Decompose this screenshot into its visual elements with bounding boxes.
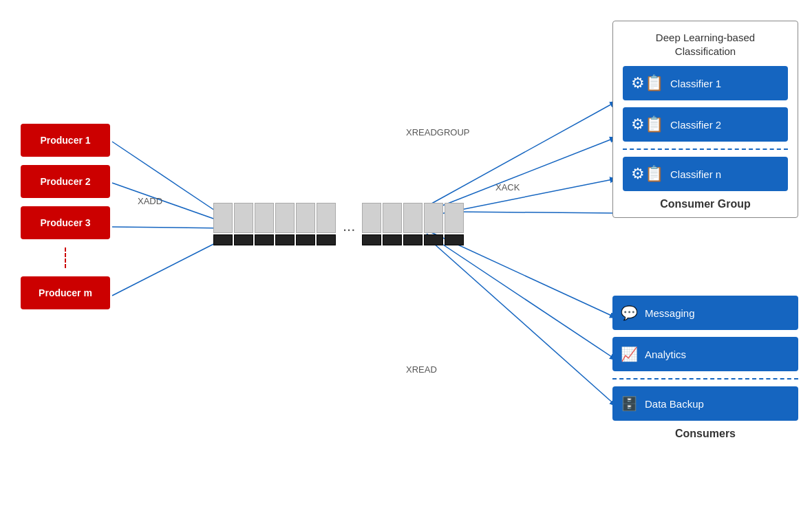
classifier-2-label: Classifier 2 [670, 119, 721, 131]
stream-dots: ··· [337, 222, 361, 245]
classifier-2-icon: ⚙📋 [631, 116, 663, 133]
stream-blocks: ··· [213, 203, 464, 245]
producer-dashed-line [21, 248, 110, 268]
classifier-dashed-divider [623, 148, 788, 150]
svg-line-7 [454, 212, 616, 213]
stream-group-left [213, 203, 336, 245]
diagram-container: Producer 1 Producer 2 Producer 3 Produce… [0, 0, 812, 506]
xreadgroup-label: XREADGROUP [406, 127, 469, 138]
svg-line-5 [427, 138, 616, 212]
classifier-1-box: ⚙📋 Classifier 1 [623, 66, 788, 100]
classifier-1-icon: ⚙📋 [631, 74, 663, 92]
xadd-label: XADD [138, 196, 162, 206]
producers-section: Producer 1 Producer 2 Producer 3 Produce… [21, 124, 110, 309]
producer-2-box: Producer 2 [21, 165, 110, 198]
consumers-label: Consumers [612, 428, 798, 440]
producer-1-box: Producer 1 [21, 124, 110, 157]
classifier-n-icon: ⚙📋 [631, 165, 663, 183]
svg-line-4 [427, 102, 616, 206]
classifier-n-box: ⚙📋 Classifier n [623, 157, 788, 191]
consumers-dashed-divider [612, 378, 798, 380]
classifier-1-label: Classifier 1 [670, 78, 721, 89]
consumer-group-title: Deep Learning-basedClassification [623, 31, 788, 58]
classifier-2-box: ⚙📋 Classifier 2 [623, 107, 788, 142]
analytics-box: 📈 Analytics [612, 337, 798, 371]
data-backup-label: Data Backup [645, 398, 704, 410]
producer-3-box: Producer 3 [21, 206, 110, 239]
messaging-label: Messaging [645, 307, 695, 319]
svg-line-2 [112, 227, 227, 228]
svg-line-10 [427, 237, 616, 406]
messaging-box: 💬 Messaging [612, 296, 798, 330]
xread-label: XREAD [406, 364, 437, 375]
consumers-section: 💬 Messaging 📈 Analytics 🗄️ Data Backup C… [612, 296, 798, 440]
analytics-icon: 📈 [621, 346, 638, 362]
messaging-icon: 💬 [621, 305, 638, 321]
consumer-group-label: Consumer Group [623, 198, 788, 210]
classifier-n-label: Classifier n [670, 168, 721, 180]
producer-m-box: Producer m [21, 276, 110, 309]
consumer-group-box: Deep Learning-basedClassification ⚙📋 Cla… [612, 21, 798, 218]
analytics-label: Analytics [645, 349, 686, 360]
svg-line-1 [112, 183, 227, 223]
svg-line-3 [112, 237, 227, 296]
xack-label: XACK [495, 182, 520, 192]
data-backup-box: 🗄️ Data Backup [612, 386, 798, 421]
stream-group-right [362, 203, 464, 245]
svg-line-0 [112, 142, 227, 219]
svg-line-9 [427, 234, 616, 360]
data-backup-icon: 🗄️ [621, 395, 638, 412]
stream-section: ··· [213, 203, 464, 245]
